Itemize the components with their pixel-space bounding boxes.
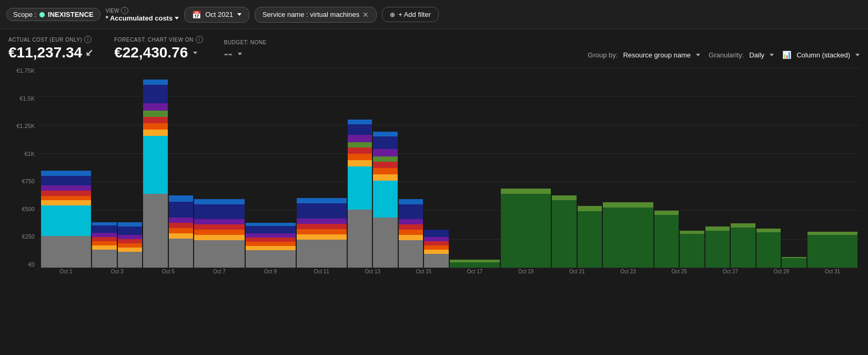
x-label-oct7: Oct 7 [194,269,244,274]
granularity-value: Daily [749,51,764,59]
bar-group-oct11 [297,198,347,268]
bar-oct31[interactable] [808,232,857,268]
y-label-1750: €1.75K [8,67,35,74]
bar-oct21a[interactable] [552,195,577,268]
close-filter-icon[interactable]: ✕ [362,11,369,19]
top-bar: Scope : INEXISTENCE VIEW i * Accumulated… [0,0,868,29]
x-label-oct9: Oct 9 [246,269,296,274]
service-filter-label: Service name : virtual machines [263,11,359,18]
y-label-1000: €1K [8,151,35,157]
bar-group-oct9 [246,223,296,268]
view-value[interactable]: * Accumulated costs [106,14,179,22]
bar-group-oct5 [143,80,193,268]
y-label-750: €750 [8,178,35,184]
funnel-plus-icon: ⊕ [390,11,395,18]
bar-oct29a[interactable] [756,229,781,268]
bar-oct25a[interactable] [654,211,679,268]
date-label: Oct 2021 [205,11,233,18]
x-label-oct31: Oct 31 [808,269,857,274]
chart-container: €1.75K €1.5K €1.25K €1K €750 €500 €250 €… [8,67,860,294]
group-by-dropdown[interactable]: Group by: Resource group name [588,51,700,59]
group-by-chevron-icon [696,54,700,56]
bar-group-oct27 [705,223,755,268]
bar-group-oct17 [450,260,500,268]
y-label-250: €250 [8,233,35,240]
bars-area [39,67,860,268]
bar-oct19[interactable] [501,189,551,268]
forecast-value: €22,430.76 [114,44,203,61]
scope-dot [39,12,45,17]
budget-value: -- [224,46,267,61]
bar-oct27a[interactable] [705,226,730,268]
y-label-0: €0 [8,261,35,268]
bar-oct13a[interactable] [348,120,372,268]
bar-oct15a[interactable] [399,199,423,268]
bar-group-oct25 [654,211,704,268]
forecast-label: FORECAST: CHART VIEW ON i [114,36,203,43]
bar-oct27b[interactable] [731,223,755,268]
bar-oct3a[interactable] [92,222,117,268]
x-label-oct15: Oct 15 [399,269,449,274]
bar-oct13b[interactable] [373,132,398,268]
x-label-oct17: Oct 17 [450,269,500,274]
bar-oct15b[interactable] [424,230,449,268]
x-label-oct5: Oct 5 [143,269,193,274]
add-filter-button[interactable]: ⊕ + Add filter [382,7,439,22]
calendar-icon: 📅 [192,11,201,19]
chart-type-dropdown[interactable]: 📊 Column (stacked) [782,51,860,59]
bar-oct11[interactable] [297,198,347,268]
bar-group-oct31 [808,232,857,268]
scope-pill[interactable]: Scope : INEXISTENCE [6,8,100,21]
y-axis: €1.75K €1.5K €1.25K €1K €750 €500 €250 €… [8,67,39,268]
bar-oct23[interactable] [603,202,653,268]
x-label-oct19: Oct 19 [501,269,551,274]
budget-block: BUDGET: NONE -- [224,40,267,61]
service-filter-pill[interactable]: Service name : virtual machines ✕ [255,7,377,23]
date-filter-pill[interactable]: 📅 Oct 2021 [184,7,249,23]
group-by-value: Resource group name [623,51,691,59]
forecast-chevron-icon[interactable] [193,52,197,54]
chart-type-chevron-icon [855,54,860,56]
bar-oct29b[interactable] [782,257,806,268]
bar-group-oct23 [603,202,653,268]
granularity-label: Granularity: [709,51,744,59]
trend-icon: ↙ [85,47,93,58]
budget-label: BUDGET: NONE [224,40,267,45]
granularity-chevron-icon [770,54,774,56]
y-label-1500: €1.5K [8,95,35,102]
bar-oct5b[interactable] [169,195,194,268]
actual-cost-info-icon[interactable]: i [84,36,92,43]
x-label-oct23: Oct 23 [603,269,653,274]
bar-group-oct3 [92,222,142,268]
group-by-label: Group by: [588,51,618,59]
actual-cost-block: ACTUAL COST (EUR ONLY) i €11,237.34 ↙ [8,36,93,61]
bar-chart-icon: 📊 [782,51,791,59]
forecast-info-icon[interactable]: i [196,36,203,43]
view-dropdown[interactable]: VIEW i * Accumulated costs [106,7,179,22]
x-label-oct1: Oct 1 [41,269,91,274]
bar-oct7[interactable] [194,199,244,268]
scope-name: INEXISTENCE [48,11,94,18]
x-axis: Oct 1 Oct 3 Oct 5 Oct 7 Oct 9 Oct 11 Oct… [39,269,860,274]
bar-oct3b[interactable] [118,222,143,268]
bar-oct17[interactable] [450,260,500,268]
chart-type-value: Column (stacked) [796,51,850,59]
view-info-icon[interactable]: i [121,7,128,14]
bar-group-oct7 [194,199,244,268]
x-label-oct11: Oct 11 [297,269,347,274]
budget-chevron-icon[interactable] [238,53,242,55]
bar-group-oct29 [756,229,806,268]
bar-oct1[interactable] [41,171,91,268]
bar-group-oct19 [501,189,551,268]
actual-cost-label: ACTUAL COST (EUR ONLY) i [8,36,93,43]
bar-oct21b[interactable] [578,206,602,268]
x-label-oct25: Oct 25 [654,269,704,274]
y-label-500: €500 [8,206,35,212]
granularity-dropdown[interactable]: Granularity: Daily [709,51,774,59]
bar-oct5a[interactable] [143,80,168,268]
bar-group-oct13 [348,120,398,268]
bar-oct9[interactable] [246,223,296,268]
bar-oct25b[interactable] [680,231,704,268]
date-chevron-icon [237,13,241,16]
chart-area: €1.75K €1.5K €1.25K €1K €750 €500 €250 €… [0,63,868,316]
